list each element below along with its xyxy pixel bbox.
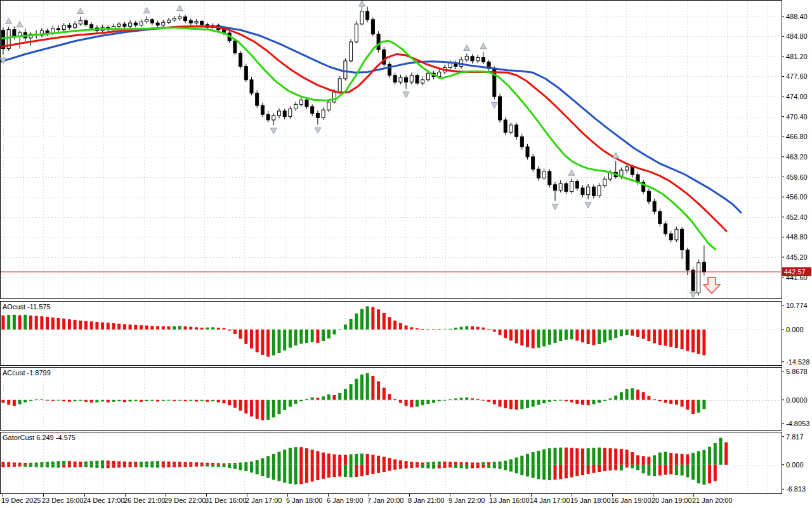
candle-bull[interactable] [327,102,331,110]
candle-bull[interactable] [167,20,171,23]
candle-bear[interactable] [256,93,259,105]
candle-bull[interactable] [570,182,573,192]
candle-bull[interactable] [195,21,198,23]
candle-bear[interactable] [592,187,595,196]
candle-bull[interactable] [272,116,275,120]
candle-bull[interactable] [476,58,480,61]
candle-bear[interactable] [388,64,391,76]
candle-bull[interactable] [140,22,143,25]
candle-bull[interactable] [145,20,148,22]
candle-bear[interactable] [681,229,684,250]
candle-bear[interactable] [581,188,584,195]
candle-bull[interactable] [173,18,176,20]
candle-bear[interactable] [239,53,242,67]
candle-bull[interactable] [509,125,513,132]
candle-bull[interactable] [587,187,590,194]
candle-bull[interactable] [299,100,303,104]
candle-bear[interactable] [405,77,408,82]
candle-bull[interactable] [559,184,562,190]
time-axis[interactable]: 19 Dec 202523 Dec 16:0024 Dec 17:0026 De… [1,494,733,504]
candle-bear[interactable] [90,25,93,28]
candle-bull[interactable] [542,171,546,178]
candle-bear[interactable] [532,157,535,169]
candle-bull[interactable] [322,110,325,117]
candle-bull[interactable] [421,80,424,83]
candle-bear[interactable] [84,21,88,25]
price-chart-canvas[interactable]: 488.40484.80481.20477.60474.00470.40466.… [0,0,812,508]
candle-bear[interactable] [123,24,126,27]
candle-bear[interactable] [548,171,551,185]
candle-bear[interactable] [184,17,187,20]
candle-bear[interactable] [499,97,502,120]
candle-bull[interactable] [289,109,292,116]
candle-bear[interactable] [13,30,16,37]
candle-bull[interactable] [426,73,429,80]
candle-bear[interactable] [520,137,523,147]
candle-bull[interactable] [344,61,347,79]
candle-bear[interactable] [565,184,568,191]
candle-bear[interactable] [515,125,518,137]
candle-bull[interactable] [625,167,629,170]
candle-bear[interactable] [393,76,396,83]
candle-bear[interactable] [189,21,192,23]
candle-bull[interactable] [675,229,678,240]
candle-bull[interactable] [449,63,452,67]
candle-bear[interactable] [471,57,474,61]
candle-bear[interactable] [371,20,374,34]
candle-bear[interactable] [57,29,60,30]
price-axis[interactable]: 488.40484.80481.20477.60474.00470.40466.… [782,13,809,493]
candle-bear[interactable] [664,224,667,234]
candle-bull[interactable] [162,22,165,25]
candle-bear[interactable] [631,167,634,175]
candle-bear[interactable] [68,25,71,28]
candle-bear[interactable] [504,120,507,132]
candle-bear[interactable] [669,234,672,240]
candle-bull[interactable] [603,179,606,186]
candle-bear[interactable] [554,185,557,190]
candle-bull[interactable] [62,25,65,30]
candle-bear[interactable] [134,23,137,25]
candle-bear[interactable] [250,80,253,93]
candle-bull[interactable] [294,104,298,109]
candle-bear[interactable] [233,41,237,53]
candle-bear[interactable] [537,169,540,178]
main-pane-surface[interactable] [1,1,782,299]
candle-bear[interactable] [416,76,419,83]
candle-bull[interactable] [410,76,413,83]
candle-bear[interactable] [316,113,319,117]
candle-bull[interactable] [278,111,281,116]
candle-bear[interactable] [311,107,314,114]
candle-bull[interactable] [129,23,132,26]
candle-bear[interactable] [366,11,369,20]
candle-bull[interactable] [465,57,468,60]
candle-bull[interactable] [598,186,601,196]
candle-bull[interactable] [79,21,82,24]
candle-bear[interactable] [575,182,579,189]
candle-bear[interactable] [658,211,662,224]
candle-bull[interactable] [338,79,341,92]
candle-bear[interactable] [150,20,154,23]
candle-bull[interactable] [399,77,402,82]
candle-bull[interactable] [360,11,363,24]
candle-bull[interactable] [350,42,353,61]
candle-bear[interactable] [156,23,159,25]
candle-bear[interactable] [653,201,656,211]
candle-bear[interactable] [200,21,204,24]
candle-bear[interactable] [686,250,689,271]
candle-bear[interactable] [691,270,695,290]
candle-bear[interactable] [46,30,49,33]
candle-bear[interactable] [647,191,650,201]
candle-bear[interactable] [261,105,264,114]
candle-bull[interactable] [333,92,336,102]
candle-bull[interactable] [697,263,700,293]
candle-bear[interactable] [481,58,485,62]
candle-bull[interactable] [74,24,77,27]
candle-bear[interactable] [266,114,270,120]
candle-bear[interactable] [305,100,308,107]
candle-bull[interactable] [117,24,121,27]
candle-bear[interactable] [702,262,705,272]
candle-bull[interactable] [178,17,181,18]
candle-bear[interactable] [283,111,286,117]
candle-bear[interactable] [377,34,380,50]
candle-bull[interactable] [355,24,358,42]
